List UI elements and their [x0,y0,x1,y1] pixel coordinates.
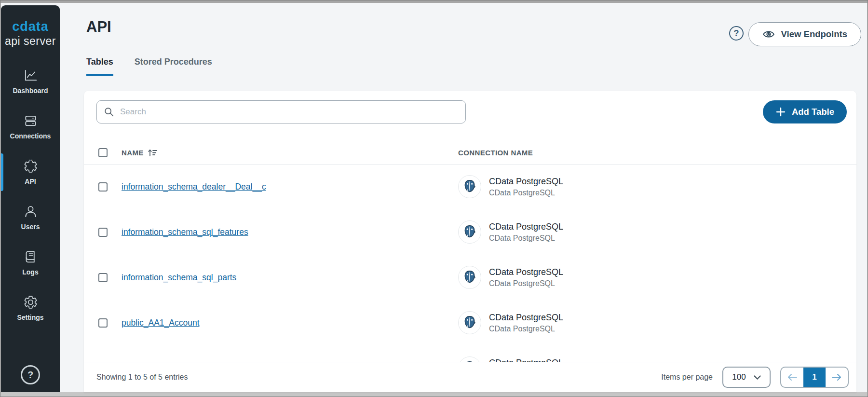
search-input[interactable] [96,100,466,123]
connection-cell: CData PostgreSQL CData PostgreSQL [458,175,563,198]
row-checkbox[interactable] [98,273,108,282]
sidebar-item-logs[interactable]: Logs [1,240,60,286]
connection-name: CData PostgreSQL [489,313,563,323]
column-header-connection: CONNECTION NAME [458,149,533,157]
connection-name: CData PostgreSQL [489,267,563,277]
items-per-page-value: 100 [732,372,746,382]
main-content: API ? View Endpoints Tables Stored Proce… [60,3,867,392]
pagination: 1 [780,367,849,388]
table-footer: Showing 1 to 5 of 5 entries Items per pa… [84,362,856,392]
items-per-page-select[interactable]: 100 [722,367,771,388]
postgresql-logo-icon [458,220,481,244]
help-circle-icon: ? [21,365,40,384]
row-checkbox[interactable] [98,318,108,328]
sidebar-help-button[interactable]: ? [21,365,40,384]
tab-tables[interactable]: Tables [86,57,113,76]
select-all-checkbox[interactable] [98,148,108,157]
arrow-left-icon [787,373,798,381]
table-name-link[interactable]: public_AA1_Account [122,318,200,328]
connection-subtitle: CData PostgreSQL [489,189,563,197]
sidebar-item-connections[interactable]: Connections [1,104,60,150]
table-name-link[interactable]: information_schema_sql_features [122,227,248,237]
connection-cell: CData PostgreSQL CData PostgreSQL [458,266,563,289]
table-name-link[interactable]: information_schema_dealer__Deal__c [122,182,266,192]
connection-name: CData PostgreSQL [489,177,563,187]
connection-subtitle: CData PostgreSQL [489,234,563,243]
column-header-name: NAME [122,149,144,157]
sidebar-item-settings[interactable]: Settings [1,286,60,331]
table-row: information_schema_dealer__Deal__c [84,164,856,209]
sidebar-item-label: Users [21,223,40,231]
postgresql-logo-icon [458,175,481,198]
sidebar-item-label: Connections [10,132,51,140]
postgresql-logo-icon [458,266,481,289]
tab-stored-procedures[interactable]: Stored Procedures [135,57,212,76]
table-header-row: NAME CONNECTION NAME [84,141,856,164]
search-box [96,100,466,123]
logs-book-icon [23,249,38,264]
sidebar-item-label: API [25,178,36,185]
sidebar-item-api[interactable]: </> API [1,150,60,195]
server-stack-icon [23,113,38,128]
sidebar-item-label: Dashboard [13,87,48,95]
sidebar-nav: Dashboard Connections [1,59,60,331]
page-help-button[interactable]: ? [729,26,744,41]
eye-icon [762,28,775,41]
chevron-down-icon [754,375,761,380]
plus-icon [775,107,786,117]
tab-bar: Tables Stored Procedures [86,57,212,76]
sidebar: cdata api server Dashboard [1,5,60,392]
table-row: information_schema_sql_parts [84,255,856,300]
view-endpoints-button[interactable]: View Endpoints [748,22,861,46]
previous-page-button[interactable] [781,368,803,387]
arrow-right-icon [831,373,842,381]
postgresql-logo-icon [458,311,481,334]
add-table-label: Add Table [792,107,834,117]
table-row: public_AA1_Account [84,300,856,345]
view-endpoints-label: View Endpoints [781,29,847,40]
sort-ascending-icon[interactable] [148,149,158,157]
tables-card: Add Table NAME CONNECTION NAME [84,91,856,392]
current-page-button[interactable]: 1 [803,368,826,387]
sidebar-item-label: Settings [17,314,43,321]
footer-controls: Items per page 100 [661,367,849,388]
app-surface: cdata api server Dashboard [1,3,867,392]
table-row: information_schema_sql_features [84,209,856,255]
user-icon [23,204,38,219]
code-glyph: </> [27,157,34,163]
connection-name: CData PostgreSQL [489,222,563,232]
help-circle-icon: ? [734,28,739,39]
table-body: information_schema_dealer__Deal__c [84,164,856,392]
gear-icon [23,295,38,310]
showing-entries-text: Showing 1 to 5 of 5 entries [96,373,188,382]
row-checkbox[interactable] [98,228,108,237]
connection-cell: CData PostgreSQL CData PostgreSQL [458,220,563,244]
app-window: cdata api server Dashboard [0,0,868,397]
logo-product-text: api server [5,35,56,47]
page-title: API [86,18,111,36]
logo-brand-text: cdata [5,20,56,34]
add-table-button[interactable]: Add Table [763,100,847,123]
connection-subtitle: CData PostgreSQL [489,325,563,333]
sidebar-item-label: Logs [22,268,38,276]
sidebar-item-users[interactable]: Users [1,195,60,240]
items-per-page-label: Items per page [661,373,713,382]
row-checkbox[interactable] [98,182,108,192]
next-page-button[interactable] [826,368,848,387]
connection-subtitle: CData PostgreSQL [489,279,563,288]
app-logo: cdata api server [5,20,56,47]
sidebar-item-dashboard[interactable]: Dashboard [1,59,60,104]
search-icon [104,107,114,117]
connection-cell: CData PostgreSQL CData PostgreSQL [458,311,563,334]
chart-line-icon [23,68,38,83]
table-name-link[interactable]: information_schema_sql_parts [122,273,236,283]
